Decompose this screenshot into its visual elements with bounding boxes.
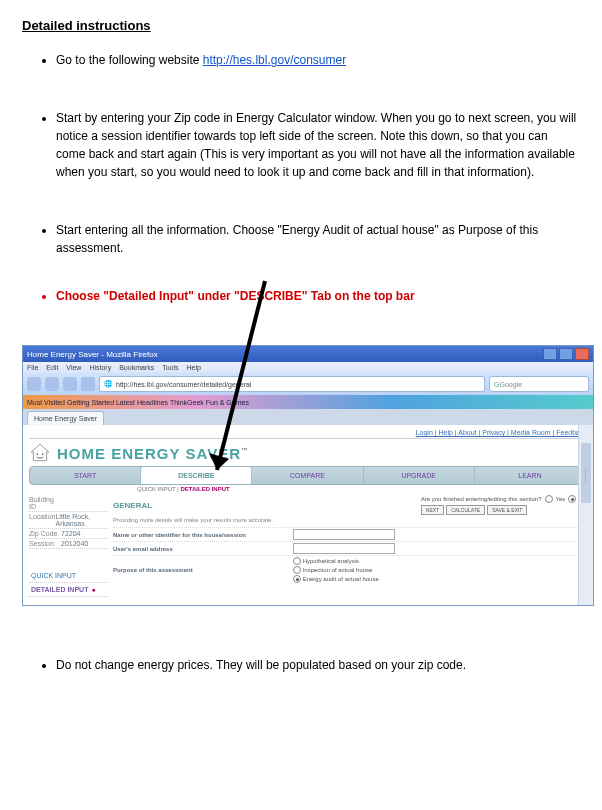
calculate-button[interactable]: CALCULATE (446, 505, 485, 515)
val-location: Little Rock, Arkansas (55, 513, 107, 527)
main-column: GENERAL Are you finished entering/editin… (113, 495, 587, 597)
banner-text: HOME ENERGY SAVER™ (57, 445, 249, 462)
hes-banner: HOME ENERGY SAVER™ (29, 442, 587, 464)
purpose-opt-1: Hypothetical analysis (303, 558, 359, 564)
radio-no[interactable] (568, 495, 576, 503)
address-url: http://hes.lbl.gov/consumer/detailed/gen… (116, 381, 251, 388)
label-name: Name or other identifier for this house/… (113, 532, 293, 538)
next-button[interactable]: NEXT (421, 505, 444, 515)
tab-describe[interactable]: DESCRIBE (141, 467, 252, 484)
instruction-item-5: Do not change energy prices. They will b… (56, 656, 580, 674)
menu-file[interactable]: File (27, 364, 38, 371)
section-heading-general: GENERAL (113, 501, 152, 510)
browser-navbar: 🌐 http://hes.lbl.gov/consumer/detailed/g… (23, 373, 593, 395)
scrollbar[interactable] (578, 425, 593, 605)
address-bar[interactable]: 🌐 http://hes.lbl.gov/consumer/detailed/g… (99, 376, 485, 392)
instruction-list: Go to the following website http://hes.l… (22, 51, 580, 305)
label-email: User's email address (113, 546, 293, 552)
menu-history[interactable]: History (89, 364, 111, 371)
purpose-opt-3: Energy audit of actual house (303, 576, 379, 582)
maximize-button[interactable] (559, 348, 573, 360)
browser-menubar: File Edit View History Bookmarks Tools H… (23, 362, 593, 373)
window-titlebar: Home Energy Saver - Mozilla Firefox (23, 346, 593, 362)
browser-tabs: Home Energy Saver (23, 409, 593, 425)
close-button[interactable] (575, 348, 589, 360)
search-box[interactable]: G Google (489, 376, 589, 392)
label-purpose: Purpose of this assessment (113, 567, 293, 573)
menu-edit[interactable]: Edit (46, 364, 58, 371)
menu-bookmarks[interactable]: Bookmarks (119, 364, 154, 371)
lbl-zip: Zip Code (29, 530, 61, 537)
browser-tab[interactable]: Home Energy Saver (27, 411, 104, 425)
page-content: Login | Help | About | Privacy | Media R… (23, 425, 593, 605)
input-name[interactable] (293, 529, 395, 540)
tab-start[interactable]: START (30, 467, 141, 484)
instruction-item-2: Start by entering your Zip code in Energ… (56, 109, 580, 181)
top-utility-links[interactable]: Login | Help | About | Privacy | Media R… (29, 429, 587, 439)
radio-purpose-3[interactable] (293, 575, 301, 583)
save-exit-button[interactable]: SAVE & EXIT (487, 505, 527, 515)
browser-window: Home Energy Saver - Mozilla Firefox File… (22, 345, 594, 606)
finished-question: Are you finished entering/editing this s… (421, 496, 542, 502)
purpose-opt-2: Inspection of actual house (303, 567, 373, 573)
tab-compare[interactable]: COMPARE (252, 467, 363, 484)
document-title: Detailed instructions (22, 18, 580, 33)
val-session: 2012040 (61, 540, 88, 547)
menu-tools[interactable]: Tools (162, 364, 178, 371)
instruction-item-4: Choose "Detailed Input" under "DESCRIBE"… (56, 287, 580, 305)
lbl-location: Location (29, 513, 55, 527)
search-placeholder: Google (499, 381, 522, 388)
reload-button[interactable] (63, 377, 77, 391)
indicator-icon: ● (91, 586, 95, 593)
radio-yes[interactable] (545, 495, 553, 503)
panel: Building ID LocationLittle Rock, Arkansa… (29, 495, 587, 597)
home-button[interactable] (81, 377, 95, 391)
sidebar-quick-input[interactable]: QUICK INPUT (29, 569, 107, 583)
tab-upgrade[interactable]: UPGRADE (364, 467, 475, 484)
label-yes: Yes (556, 496, 566, 502)
tab-learn[interactable]: LEARN (475, 467, 586, 484)
screenshot-container: Home Energy Saver - Mozilla Firefox File… (22, 345, 580, 606)
sidebar: Building ID LocationLittle Rock, Arkansa… (29, 495, 107, 597)
svg-point-4 (42, 453, 44, 455)
section-subtitle: Providing more details will make your re… (113, 517, 587, 523)
sidebar-detailed-input[interactable]: DETAILED INPUT● (29, 583, 107, 597)
radio-purpose-2[interactable] (293, 566, 301, 574)
bullet1-prefix: Go to the following website (56, 53, 203, 67)
bookmarks-bar: Most Visited Getting Started Latest Head… (23, 395, 593, 409)
banner-title: HOME ENERGY SAVER (57, 445, 241, 462)
subtab-detailed[interactable]: DETAILED INPUT (180, 486, 229, 492)
forward-button[interactable] (45, 377, 59, 391)
input-email[interactable] (293, 543, 395, 554)
house-icon (29, 442, 51, 464)
window-title: Home Energy Saver - Mozilla Firefox (27, 350, 158, 359)
subtab-quick[interactable]: QUICK INPUT (137, 486, 176, 492)
lbl-building: Building ID (29, 496, 61, 510)
svg-point-3 (36, 453, 38, 455)
window-buttons (543, 348, 589, 360)
radio-purpose-1[interactable] (293, 557, 301, 565)
instruction-item-1: Go to the following website http://hes.l… (56, 51, 580, 69)
website-link[interactable]: http://hes.lbl.gov/consumer (203, 53, 346, 67)
hes-nav-tabs: START DESCRIBE COMPARE UPGRADE LEARN (29, 466, 587, 485)
sidebar-detailed-label: DETAILED INPUT (31, 586, 88, 593)
globe-icon: 🌐 (104, 380, 113, 388)
subtabs: QUICK INPUT | DETAILED INPUT (137, 486, 587, 492)
back-button[interactable] (27, 377, 41, 391)
instruction-item-3: Start entering all the information. Choo… (56, 221, 580, 257)
minimize-button[interactable] (543, 348, 557, 360)
val-zip: 72204 (61, 530, 80, 537)
lbl-session: Session (29, 540, 61, 547)
menu-help[interactable]: Help (187, 364, 201, 371)
tm-mark: ™ (241, 447, 249, 454)
menu-view[interactable]: View (66, 364, 81, 371)
instruction-list-2: Do not change energy prices. They will b… (22, 656, 580, 674)
